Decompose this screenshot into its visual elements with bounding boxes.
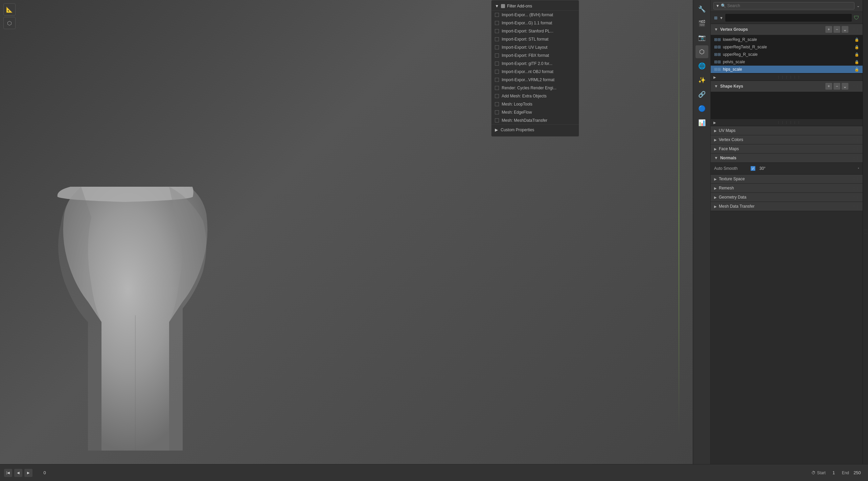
play-btn[interactable]: ▶ — [24, 469, 32, 477]
addon-item[interactable]: Import-Export: STL format — [492, 35, 579, 43]
icon-data[interactable]: ⬡ — [695, 45, 708, 58]
addon-item-label: Import-Expor...VRML2 format — [502, 77, 554, 82]
vg-lock-icon[interactable]: 🔒 — [854, 60, 859, 64]
custom-props-arrow: ▶ — [495, 128, 498, 132]
addon-item[interactable]: Add Mesh: Extra Objects — [492, 92, 579, 100]
normals-section-header[interactable]: ▼ Normals ⋮⋮ — [711, 154, 863, 163]
addon-item[interactable]: Import-Export: FBX format — [492, 51, 579, 60]
addon-checkbox[interactable] — [495, 13, 499, 17]
icon-modifier[interactable]: 🔵 — [695, 102, 708, 115]
vg-play-btn[interactable]: ▶ — [713, 75, 716, 79]
addon-item[interactable]: Mesh: LoopTools — [492, 100, 579, 108]
addon-item[interactable]: Mesh: MeshDataTransfer — [492, 116, 579, 124]
addon-checkbox[interactable] — [495, 62, 499, 66]
sk-grip: ⋮⋮⋮⋮⋮⋮ — [718, 120, 860, 125]
addon-checkbox[interactable] — [495, 21, 499, 25]
icon-material[interactable]: 🌐 — [695, 60, 708, 72]
vg-lock-icon[interactable]: 🔒 — [854, 67, 859, 72]
vc-drag-right: ⋮⋮ — [852, 138, 859, 142]
addon-checkbox[interactable] — [495, 110, 499, 114]
sk-add-btn[interactable]: + — [825, 83, 832, 90]
addon-checkbox[interactable] — [495, 45, 499, 49]
vg-lock-icon[interactable]: 🔒 — [854, 45, 859, 49]
addon-item-label: Import-Expor...nt OBJ format — [502, 69, 553, 74]
normals-dot-btn[interactable]: • — [858, 166, 859, 171]
panel-expand-icon[interactable]: ⌄ — [856, 3, 860, 8]
addon-item[interactable]: Import-Export: glTF 2.0 for... — [492, 60, 579, 68]
vertex-group-item[interactable]: ⊞⊞ upperRegTwist_R_scale 🔒 — [711, 43, 863, 51]
vg-item-name: upperReg_R_scale — [723, 52, 758, 57]
vertex-groups-header[interactable]: ▼ Vertex Groups + − ⌄ ⋮⋮ — [711, 24, 863, 35]
sk-play-btn[interactable]: ▶ — [713, 121, 716, 124]
remesh-section[interactable]: ▶ Remesh ⋮⋮ — [711, 184, 863, 193]
addon-item[interactable]: Import-Expor...nt OBJ format — [492, 68, 579, 76]
icon-render[interactable]: 📷 — [695, 31, 708, 44]
addon-checkbox[interactable] — [495, 78, 499, 82]
addon-item[interactable]: Render: Cycles Render Engi... — [492, 84, 579, 92]
addon-checkbox[interactable] — [495, 29, 499, 33]
sk-more-btn[interactable]: ⌄ — [842, 83, 848, 90]
addon-checkbox[interactable] — [495, 53, 499, 58]
uv-maps-section[interactable]: ▶ UV Maps ⋮⋮ — [711, 126, 863, 135]
shape-keys-area — [711, 92, 863, 119]
viewport-icon-measure[interactable]: 📐 — [3, 3, 16, 16]
icon-particles[interactable]: ✨ — [695, 74, 708, 87]
addon-item[interactable]: Import-Expor... (BVH) format — [492, 11, 579, 19]
addon-item[interactable]: Import-Expor...G) 1.1 format — [492, 19, 579, 27]
shape-keys-header[interactable]: ▼ Shape Keys + − ⌄ ⋮⋮ — [711, 81, 863, 92]
addon-item[interactable]: Mesh: EdgeFlow — [492, 108, 579, 116]
vertex-colors-section[interactable]: ▶ Vertex Colors ⋮⋮ — [711, 135, 863, 144]
auto-smooth-checkbox[interactable]: ✓ — [751, 166, 755, 171]
vg-item-icon: ⊞⊞ — [714, 37, 721, 42]
vertex-group-item[interactable]: ⊞⊞ lowerReg_R_scale 🔒 — [711, 36, 863, 43]
vg-lock-icon[interactable]: 🔒 — [854, 38, 859, 42]
addon-checkbox[interactable] — [495, 70, 499, 74]
vg-actions: + − ⌄ — [825, 26, 848, 33]
current-frame[interactable]: 0 — [38, 470, 51, 475]
vg-item-name: pelvis_scale — [723, 60, 745, 64]
vertex-group-item[interactable]: ⊞⊞ hips_scale 🔒 — [711, 66, 863, 73]
ts-arrow: ▶ — [714, 177, 717, 181]
vg-add-btn[interactable]: + — [825, 26, 832, 33]
addon-checkbox[interactable] — [495, 94, 499, 98]
vg-drag-dots: ⋮⋮⋮⋮⋮⋮ — [777, 76, 801, 79]
addon-checkbox[interactable] — [495, 86, 499, 90]
addon-item[interactable]: Import-Expor...VRML2 format — [492, 76, 579, 84]
custom-properties-row[interactable]: ▶ Custom Properties — [492, 124, 579, 135]
addon-checkbox[interactable] — [495, 102, 499, 106]
step-back-btn[interactable]: ◀ — [14, 469, 22, 477]
geometry-data-section[interactable]: ▶ Geometry Data ⋮⋮ — [711, 193, 863, 202]
start-value[interactable]: 1 — [827, 470, 841, 475]
vertex-group-item[interactable]: ⊞⊞ pelvis_scale 🔒 — [711, 58, 863, 66]
addon-checkbox[interactable] — [495, 118, 499, 122]
search-icon: 🔍 — [721, 3, 726, 8]
icon-tools[interactable]: 🔧 — [695, 3, 708, 16]
search-container[interactable]: ▼ 🔍 — [713, 2, 854, 9]
mesh-name-input[interactable]: Mesh.003 — [725, 14, 852, 22]
remesh-drag-right: ⋮⋮ — [852, 186, 859, 190]
sk-remove-btn[interactable]: − — [833, 83, 840, 90]
skip-start-btn[interactable]: |◀ — [4, 469, 12, 477]
face-maps-section[interactable]: ▶ Face Maps ⋮⋮ — [711, 144, 863, 154]
viewport-icon-object[interactable]: ⬡ — [3, 17, 16, 29]
panel-search-bar: ▼ 🔍 ⌄ — [711, 0, 863, 12]
icon-scene[interactable]: 🎬 — [695, 17, 708, 30]
icon-object-data[interactable]: 📊 — [695, 116, 708, 129]
texture-space-label: Texture Space — [719, 177, 850, 181]
vertex-group-item[interactable]: ⊞⊞ upperReg_R_scale 🔒 — [711, 51, 863, 58]
texture-space-section[interactable]: ▶ Texture Space ⋮⋮ — [711, 175, 863, 184]
mesh-data-transfer-section[interactable]: ▶ Mesh Data Transfer ⋮⋮ — [711, 202, 863, 211]
end-value[interactable]: 250 — [850, 470, 864, 475]
addon-item[interactable]: Import-Export: UV Layout — [492, 43, 579, 51]
addon-filter-header: ▼ Filter Add-ons — [492, 2, 579, 11]
mesh-dropdown[interactable]: ▼ — [719, 16, 723, 20]
icon-constraints[interactable]: 🔗 — [695, 88, 708, 101]
addon-item[interactable]: Import-Export: Stanford PL... — [492, 27, 579, 35]
viewport[interactable]: 📐 ⬡ — [0, 0, 693, 464]
vg-more-btn[interactable]: ⌄ — [842, 26, 848, 33]
addon-checkbox[interactable] — [495, 37, 499, 41]
panel-right-drag[interactable]: ⋮⋮ — [863, 0, 868, 464]
search-input[interactable] — [727, 3, 852, 8]
vg-remove-btn[interactable]: − — [833, 26, 840, 33]
vg-lock-icon[interactable]: 🔒 — [854, 52, 859, 57]
